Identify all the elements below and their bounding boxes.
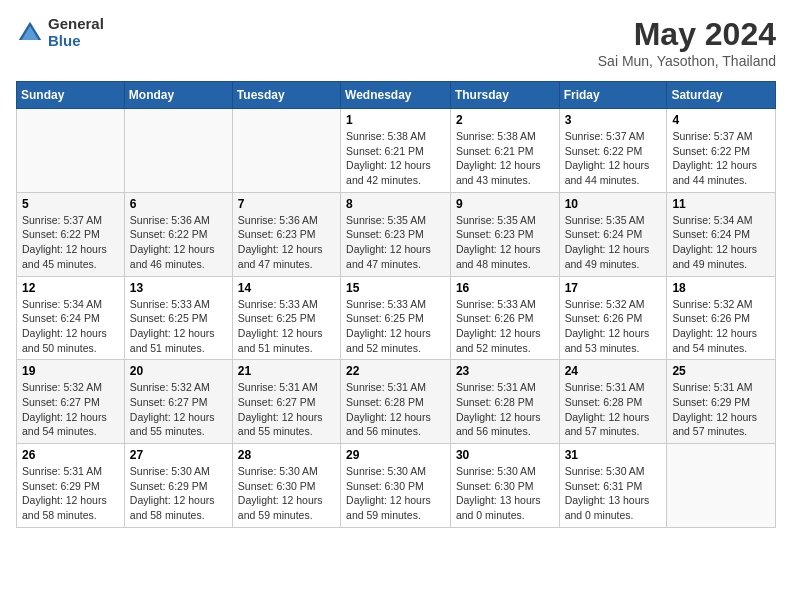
calendar-cell: 6Sunrise: 5:36 AM Sunset: 6:22 PM Daylig… <box>124 192 232 276</box>
day-info: Sunrise: 5:30 AM Sunset: 6:29 PM Dayligh… <box>130 464 227 523</box>
calendar-cell: 14Sunrise: 5:33 AM Sunset: 6:25 PM Dayli… <box>232 276 340 360</box>
day-info: Sunrise: 5:33 AM Sunset: 6:25 PM Dayligh… <box>238 297 335 356</box>
day-info: Sunrise: 5:37 AM Sunset: 6:22 PM Dayligh… <box>565 129 662 188</box>
calendar-cell: 7Sunrise: 5:36 AM Sunset: 6:23 PM Daylig… <box>232 192 340 276</box>
day-number: 31 <box>565 448 662 462</box>
calendar-cell: 12Sunrise: 5:34 AM Sunset: 6:24 PM Dayli… <box>17 276 125 360</box>
logo-blue-text: Blue <box>48 33 104 50</box>
day-number: 4 <box>672 113 770 127</box>
day-header-tuesday: Tuesday <box>232 82 340 109</box>
day-info: Sunrise: 5:30 AM Sunset: 6:31 PM Dayligh… <box>565 464 662 523</box>
day-info: Sunrise: 5:32 AM Sunset: 6:26 PM Dayligh… <box>565 297 662 356</box>
day-number: 9 <box>456 197 554 211</box>
day-info: Sunrise: 5:35 AM Sunset: 6:23 PM Dayligh… <box>346 213 445 272</box>
day-number: 23 <box>456 364 554 378</box>
calendar-table: SundayMondayTuesdayWednesdayThursdayFrid… <box>16 81 776 528</box>
calendar-cell: 30Sunrise: 5:30 AM Sunset: 6:30 PM Dayli… <box>450 444 559 528</box>
calendar-cell: 1Sunrise: 5:38 AM Sunset: 6:21 PM Daylig… <box>341 109 451 193</box>
calendar-cell: 31Sunrise: 5:30 AM Sunset: 6:31 PM Dayli… <box>559 444 667 528</box>
calendar-cell <box>667 444 776 528</box>
calendar-cell: 9Sunrise: 5:35 AM Sunset: 6:23 PM Daylig… <box>450 192 559 276</box>
day-info: Sunrise: 5:36 AM Sunset: 6:22 PM Dayligh… <box>130 213 227 272</box>
calendar-cell: 27Sunrise: 5:30 AM Sunset: 6:29 PM Dayli… <box>124 444 232 528</box>
day-number: 28 <box>238 448 335 462</box>
day-number: 2 <box>456 113 554 127</box>
day-number: 8 <box>346 197 445 211</box>
day-info: Sunrise: 5:30 AM Sunset: 6:30 PM Dayligh… <box>238 464 335 523</box>
day-info: Sunrise: 5:32 AM Sunset: 6:26 PM Dayligh… <box>672 297 770 356</box>
logo-icon <box>16 19 44 47</box>
day-info: Sunrise: 5:30 AM Sunset: 6:30 PM Dayligh… <box>456 464 554 523</box>
day-info: Sunrise: 5:32 AM Sunset: 6:27 PM Dayligh… <box>130 380 227 439</box>
calendar-cell: 24Sunrise: 5:31 AM Sunset: 6:28 PM Dayli… <box>559 360 667 444</box>
day-number: 30 <box>456 448 554 462</box>
calendar-cell: 28Sunrise: 5:30 AM Sunset: 6:30 PM Dayli… <box>232 444 340 528</box>
day-info: Sunrise: 5:34 AM Sunset: 6:24 PM Dayligh… <box>672 213 770 272</box>
calendar-cell: 8Sunrise: 5:35 AM Sunset: 6:23 PM Daylig… <box>341 192 451 276</box>
day-number: 6 <box>130 197 227 211</box>
day-info: Sunrise: 5:36 AM Sunset: 6:23 PM Dayligh… <box>238 213 335 272</box>
logo: General Blue <box>16 16 104 49</box>
calendar-cell: 4Sunrise: 5:37 AM Sunset: 6:22 PM Daylig… <box>667 109 776 193</box>
day-number: 5 <box>22 197 119 211</box>
calendar-cell <box>17 109 125 193</box>
calendar-cell <box>124 109 232 193</box>
day-header-thursday: Thursday <box>450 82 559 109</box>
calendar-cell: 20Sunrise: 5:32 AM Sunset: 6:27 PM Dayli… <box>124 360 232 444</box>
page-header: General Blue May 2024 Sai Mun, Yasothon,… <box>16 16 776 69</box>
day-number: 13 <box>130 281 227 295</box>
day-info: Sunrise: 5:35 AM Sunset: 6:23 PM Dayligh… <box>456 213 554 272</box>
day-info: Sunrise: 5:31 AM Sunset: 6:28 PM Dayligh… <box>565 380 662 439</box>
day-info: Sunrise: 5:30 AM Sunset: 6:30 PM Dayligh… <box>346 464 445 523</box>
calendar-cell: 2Sunrise: 5:38 AM Sunset: 6:21 PM Daylig… <box>450 109 559 193</box>
calendar-cell: 19Sunrise: 5:32 AM Sunset: 6:27 PM Dayli… <box>17 360 125 444</box>
calendar-cell: 17Sunrise: 5:32 AM Sunset: 6:26 PM Dayli… <box>559 276 667 360</box>
day-header-sunday: Sunday <box>17 82 125 109</box>
day-header-friday: Friday <box>559 82 667 109</box>
day-number: 27 <box>130 448 227 462</box>
day-number: 14 <box>238 281 335 295</box>
day-number: 1 <box>346 113 445 127</box>
day-header-saturday: Saturday <box>667 82 776 109</box>
day-number: 16 <box>456 281 554 295</box>
header-row: SundayMondayTuesdayWednesdayThursdayFrid… <box>17 82 776 109</box>
calendar-cell: 23Sunrise: 5:31 AM Sunset: 6:28 PM Dayli… <box>450 360 559 444</box>
calendar-location: Sai Mun, Yasothon, Thailand <box>598 53 776 69</box>
calendar-cell: 13Sunrise: 5:33 AM Sunset: 6:25 PM Dayli… <box>124 276 232 360</box>
week-row-2: 5Sunrise: 5:37 AM Sunset: 6:22 PM Daylig… <box>17 192 776 276</box>
week-row-1: 1Sunrise: 5:38 AM Sunset: 6:21 PM Daylig… <box>17 109 776 193</box>
day-number: 19 <box>22 364 119 378</box>
day-number: 15 <box>346 281 445 295</box>
day-header-wednesday: Wednesday <box>341 82 451 109</box>
day-number: 10 <box>565 197 662 211</box>
day-info: Sunrise: 5:38 AM Sunset: 6:21 PM Dayligh… <box>346 129 445 188</box>
day-header-monday: Monday <box>124 82 232 109</box>
day-number: 26 <box>22 448 119 462</box>
calendar-cell: 18Sunrise: 5:32 AM Sunset: 6:26 PM Dayli… <box>667 276 776 360</box>
day-number: 3 <box>565 113 662 127</box>
calendar-cell: 21Sunrise: 5:31 AM Sunset: 6:27 PM Dayli… <box>232 360 340 444</box>
day-number: 11 <box>672 197 770 211</box>
day-info: Sunrise: 5:38 AM Sunset: 6:21 PM Dayligh… <box>456 129 554 188</box>
calendar-cell: 16Sunrise: 5:33 AM Sunset: 6:26 PM Dayli… <box>450 276 559 360</box>
day-number: 21 <box>238 364 335 378</box>
day-number: 22 <box>346 364 445 378</box>
day-info: Sunrise: 5:35 AM Sunset: 6:24 PM Dayligh… <box>565 213 662 272</box>
week-row-5: 26Sunrise: 5:31 AM Sunset: 6:29 PM Dayli… <box>17 444 776 528</box>
day-info: Sunrise: 5:37 AM Sunset: 6:22 PM Dayligh… <box>22 213 119 272</box>
calendar-cell: 15Sunrise: 5:33 AM Sunset: 6:25 PM Dayli… <box>341 276 451 360</box>
title-block: May 2024 Sai Mun, Yasothon, Thailand <box>598 16 776 69</box>
day-number: 25 <box>672 364 770 378</box>
calendar-cell: 26Sunrise: 5:31 AM Sunset: 6:29 PM Dayli… <box>17 444 125 528</box>
calendar-cell: 5Sunrise: 5:37 AM Sunset: 6:22 PM Daylig… <box>17 192 125 276</box>
day-number: 7 <box>238 197 335 211</box>
day-info: Sunrise: 5:33 AM Sunset: 6:25 PM Dayligh… <box>130 297 227 356</box>
calendar-title: May 2024 <box>598 16 776 53</box>
logo-text: General Blue <box>48 16 104 49</box>
day-info: Sunrise: 5:33 AM Sunset: 6:25 PM Dayligh… <box>346 297 445 356</box>
day-info: Sunrise: 5:31 AM Sunset: 6:29 PM Dayligh… <box>672 380 770 439</box>
calendar-cell: 22Sunrise: 5:31 AM Sunset: 6:28 PM Dayli… <box>341 360 451 444</box>
day-info: Sunrise: 5:34 AM Sunset: 6:24 PM Dayligh… <box>22 297 119 356</box>
week-row-4: 19Sunrise: 5:32 AM Sunset: 6:27 PM Dayli… <box>17 360 776 444</box>
day-number: 20 <box>130 364 227 378</box>
